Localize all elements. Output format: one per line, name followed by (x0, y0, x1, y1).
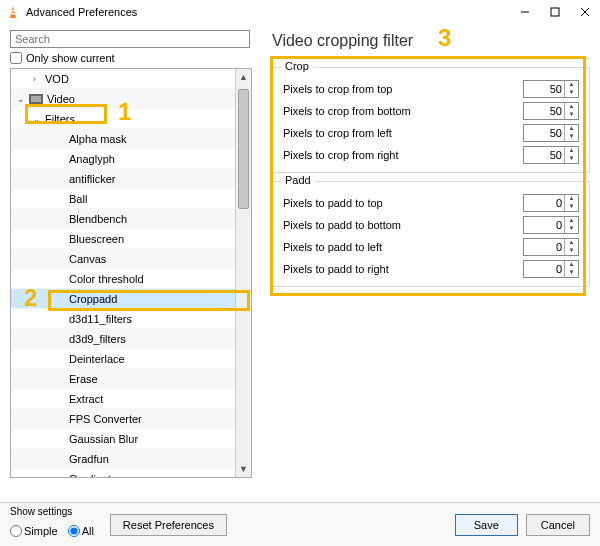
minimize-button[interactable] (510, 0, 540, 24)
scroll-up-icon[interactable]: ▲ (236, 69, 251, 85)
spin-value[interactable] (524, 81, 564, 97)
field-label: Pixels to padd to left (283, 241, 523, 253)
tree-item-blendbench[interactable]: Blendbench (11, 209, 251, 229)
spin-down-icon[interactable]: ▼ (565, 247, 578, 255)
tree-item-label: Ball (69, 193, 87, 205)
tree-item-d3d9-filters[interactable]: d3d9_filters (11, 329, 251, 349)
field-row: Pixels to padd to top▲▼ (283, 192, 579, 214)
spin-up-icon[interactable]: ▲ (565, 195, 578, 203)
spin-value[interactable] (524, 217, 564, 233)
spin-up-icon[interactable]: ▲ (565, 217, 578, 225)
spin-input[interactable]: ▲▼ (523, 216, 579, 234)
spin-down-icon[interactable]: ▼ (565, 111, 578, 119)
spin-up-icon[interactable]: ▲ (565, 103, 578, 111)
tree-item-color-threshold[interactable]: Color threshold (11, 269, 251, 289)
expand-icon: ⌄ (33, 114, 45, 124)
field-label: Pixels to padd to top (283, 197, 523, 209)
tree-item-deinterlace[interactable]: Deinterlace (11, 349, 251, 369)
spin-input[interactable]: ▲▼ (523, 124, 579, 142)
close-button[interactable] (570, 0, 600, 24)
tree-item-vod[interactable]: ›VOD (11, 69, 251, 89)
tree-item-label: Color threshold (69, 273, 144, 285)
spin-up-icon[interactable]: ▲ (565, 81, 578, 89)
reset-preferences-button[interactable]: Reset Preferences (110, 514, 227, 536)
spin-down-icon[interactable]: ▼ (565, 225, 578, 233)
spin-input[interactable]: ▲▼ (523, 80, 579, 98)
scrollbar[interactable]: ▲ ▼ (235, 69, 251, 477)
spin-up-icon[interactable]: ▲ (565, 147, 578, 155)
svg-rect-4 (551, 8, 559, 16)
tree-item-label: d3d9_filters (69, 333, 126, 345)
tree-item-anaglyph[interactable]: Anaglyph (11, 149, 251, 169)
radio-all[interactable] (68, 525, 80, 537)
tree-item-bluescreen[interactable]: Bluescreen (11, 229, 251, 249)
tree-item-fps-converter[interactable]: FPS Converter (11, 409, 251, 429)
spin-input[interactable]: ▲▼ (523, 194, 579, 212)
tree-item-extract[interactable]: Extract (11, 389, 251, 409)
field-row: Pixels to padd to right▲▼ (283, 258, 579, 280)
tree-item-label: Gaussian Blur (69, 433, 138, 445)
tree-item-video[interactable]: ⌄Video (11, 89, 251, 109)
radio-simple-label[interactable]: Simple (10, 525, 58, 537)
spin-input[interactable]: ▲▼ (523, 238, 579, 256)
spin-value[interactable] (524, 103, 564, 119)
radio-all-label[interactable]: All (68, 525, 94, 537)
window-controls (510, 0, 600, 24)
tree-item-gradfun[interactable]: Gradfun (11, 449, 251, 469)
tree-item-alpha-mask[interactable]: Alpha mask (11, 129, 251, 149)
spin-up-icon[interactable]: ▲ (565, 261, 578, 269)
tree-item-erase[interactable]: Erase (11, 369, 251, 389)
spin-down-icon[interactable]: ▼ (565, 203, 578, 211)
search-input[interactable] (10, 30, 250, 48)
field-label: Pixels to crop from right (283, 149, 523, 161)
group-legend: Padd (281, 174, 315, 186)
spin-value[interactable] (524, 147, 564, 163)
spin-value[interactable] (524, 239, 564, 255)
maximize-button[interactable] (540, 0, 570, 24)
spin-input[interactable]: ▲▼ (523, 146, 579, 164)
only-show-current-checkbox[interactable] (10, 52, 22, 64)
svg-marker-0 (10, 6, 16, 18)
spin-down-icon[interactable]: ▼ (565, 89, 578, 97)
preferences-tree[interactable]: ›VOD⌄Video⌄FiltersAlpha maskAnaglyphanti… (10, 68, 252, 478)
spin-value[interactable] (524, 125, 564, 141)
right-pane: Video cropping filter CropPixels to crop… (264, 24, 600, 502)
scroll-thumb[interactable] (238, 89, 249, 209)
cancel-button[interactable]: Cancel (526, 514, 590, 536)
field-label: Pixels to crop from bottom (283, 105, 523, 117)
tree-item-label: FPS Converter (69, 413, 142, 425)
scroll-down-icon[interactable]: ▼ (236, 461, 251, 477)
radio-simple[interactable] (10, 525, 22, 537)
tree-item-label: Canvas (69, 253, 106, 265)
field-row: Pixels to padd to bottom▲▼ (283, 214, 579, 236)
spin-up-icon[interactable]: ▲ (565, 125, 578, 133)
window-title: Advanced Preferences (26, 6, 510, 18)
save-button[interactable]: Save (455, 514, 518, 536)
tree-item-gradient[interactable]: Gradient (11, 469, 251, 478)
spin-down-icon[interactable]: ▼ (565, 269, 578, 277)
spin-down-icon[interactable]: ▼ (565, 133, 578, 141)
field-row: Pixels to crop from bottom▲▼ (283, 100, 579, 122)
show-settings-label: Show settings (10, 506, 100, 517)
tree-item-label: Anaglyph (69, 153, 115, 165)
spin-value[interactable] (524, 195, 564, 211)
tree-item-label: Blendbench (69, 213, 127, 225)
spin-value[interactable] (524, 261, 564, 277)
tree-item-d3d11-filters[interactable]: d3d11_filters (11, 309, 251, 329)
field-row: Pixels to crop from top▲▼ (283, 78, 579, 100)
tree-item-canvas[interactable]: Canvas (11, 249, 251, 269)
spin-up-icon[interactable]: ▲ (565, 239, 578, 247)
left-pane: Only show current ›VOD⌄Video⌄FiltersAlph… (0, 24, 264, 502)
tree-item-label: d3d11_filters (69, 313, 132, 325)
tree-item-filters[interactable]: ⌄Filters (11, 109, 251, 129)
svg-rect-2 (11, 13, 16, 15)
spin-down-icon[interactable]: ▼ (565, 155, 578, 163)
spin-input[interactable]: ▲▼ (523, 102, 579, 120)
tree-item-croppadd[interactable]: Croppadd (11, 289, 251, 309)
tree-item-gaussian-blur[interactable]: Gaussian Blur (11, 429, 251, 449)
spin-input[interactable]: ▲▼ (523, 260, 579, 278)
expand-icon: ⌄ (17, 94, 29, 104)
tree-item-antiflicker[interactable]: antiflicker (11, 169, 251, 189)
svg-rect-8 (31, 96, 41, 102)
tree-item-ball[interactable]: Ball (11, 189, 251, 209)
